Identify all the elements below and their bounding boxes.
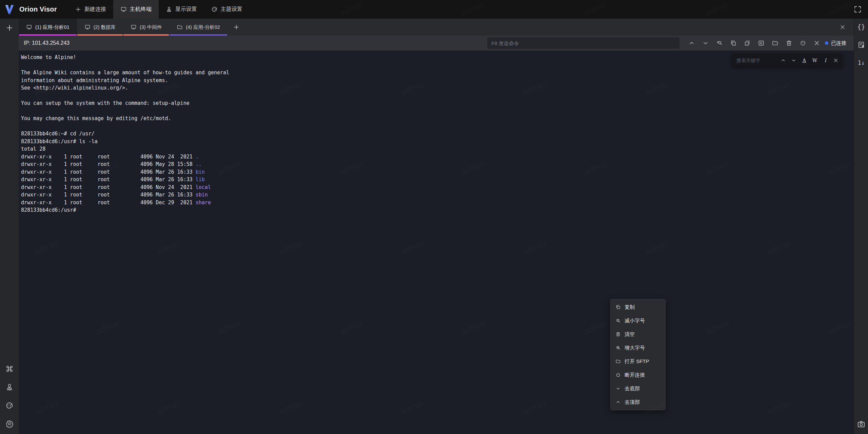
terminal-context-menu: 复制减小字号清空增大字号打开 SFTP断开连接去底部去顶部 xyxy=(610,299,666,410)
search-whole-word-button[interactable]: W xyxy=(812,58,817,63)
menu-item-label: 主机终端 xyxy=(130,6,152,13)
camera-icon[interactable] xyxy=(857,420,866,429)
terminal-screen[interactable]: Welcome to Alpine! The Alpine Wiki conta… xyxy=(19,51,854,434)
terminal-line: You can setup the system with the comman… xyxy=(21,100,190,106)
paste-icon xyxy=(744,40,751,46)
context-menu-item[interactable]: 断开连接 xyxy=(611,368,665,382)
tab-3[interactable]: (3) 中间件 xyxy=(123,19,169,36)
search-chevron-down-button[interactable] xyxy=(791,58,796,63)
braces-icon[interactable]: {} xyxy=(857,23,865,31)
chevron-up-icon xyxy=(688,40,695,46)
tab-label: (2) 数据库 xyxy=(94,24,116,31)
right-sidebar-bottom-icons xyxy=(857,420,866,434)
context-menu-item[interactable]: 减小字号 xyxy=(611,314,665,327)
trash-icon xyxy=(615,332,621,337)
menu-item-label: 主题设置 xyxy=(221,6,242,13)
context-menu-item[interactable]: 清空 xyxy=(611,327,665,341)
chevron-down-button[interactable] xyxy=(702,40,709,46)
search-match-case-button[interactable]: A xyxy=(802,58,807,63)
power-icon xyxy=(800,40,806,46)
terminal-line: total 28 xyxy=(21,146,45,152)
find-button[interactable] xyxy=(716,40,723,46)
terminal-line: information about administrating Alpine … xyxy=(21,77,168,83)
menu-item-theme-settings[interactable]: 主题设置 xyxy=(204,0,250,19)
context-menu-label: 去底部 xyxy=(625,385,640,392)
chevron-down-icon xyxy=(791,58,796,63)
paste-button[interactable] xyxy=(744,40,751,46)
menu-item-label: 新建连接 xyxy=(84,6,106,13)
context-menu-item[interactable]: 去底部 xyxy=(611,382,665,395)
copy-button[interactable] xyxy=(730,40,737,46)
context-menu-item[interactable]: 增大字号 xyxy=(611,341,665,355)
context-menu-item[interactable]: 去顶部 xyxy=(611,395,665,409)
sort-icon[interactable]: 1↓ xyxy=(857,59,865,67)
close-button[interactable] xyxy=(813,40,820,46)
zoom-in-icon xyxy=(615,345,621,351)
copy-icon xyxy=(615,304,621,310)
orion-visor-app: Orion Visor 新建连接主机终端显示设置主题设置 {}1↓ (1) 应用… xyxy=(0,0,868,434)
menu-item-new-connection[interactable]: 新建连接 xyxy=(68,0,113,19)
terminal-line: The Alpine Wiki contains a large amount … xyxy=(21,70,229,76)
power-button[interactable] xyxy=(800,40,806,46)
terminal-line: Welcome to Alpine! xyxy=(21,54,76,60)
find-icon xyxy=(716,40,723,46)
terminal-line: 828133bb4cd6:/usr# ls -la xyxy=(21,138,98,145)
menu-item-display-settings[interactable]: 显示设置 xyxy=(159,0,204,19)
new-tab-button[interactable] xyxy=(228,19,245,36)
stamp-icon[interactable] xyxy=(5,383,14,391)
left-sidebar xyxy=(0,19,19,434)
terminal-output: Welcome to Alpine! The Alpine Wiki conta… xyxy=(19,51,854,214)
copy-icon xyxy=(730,40,737,46)
monitor-icon xyxy=(26,24,32,30)
send-command-input[interactable] xyxy=(487,37,679,49)
search-controls: AWI xyxy=(781,58,839,63)
search-input[interactable] xyxy=(736,57,778,63)
tabs: (1) 应用-分析01(2) 数据库(3) 中间件(4) 应用-分析02 xyxy=(19,19,228,36)
snippet-icon xyxy=(758,40,765,46)
context-menu-item[interactable]: 复制 xyxy=(611,300,665,314)
brand: Orion Visor xyxy=(0,0,57,19)
right-sidebar: {}1↓ xyxy=(854,19,868,434)
trash-icon xyxy=(786,40,792,46)
terminal-line: drwxr-xr-x 1 root root 4096 Dec 29 2021 … xyxy=(21,200,211,206)
terminal-line: drwxr-xr-x 1 root root 4096 Mar 26 16:33… xyxy=(21,192,208,198)
palette-icon[interactable] xyxy=(5,401,14,410)
search-close-button[interactable] xyxy=(833,58,839,63)
terminal-line: drwxr-xr-x 1 root root 4096 Nov 24 2021 … xyxy=(21,154,199,160)
folder-button[interactable] xyxy=(772,40,778,46)
fullscreen-icon[interactable] xyxy=(853,5,862,14)
palette-icon xyxy=(211,6,218,13)
command-icon[interactable] xyxy=(5,365,14,373)
top-menu: 新建连接主机终端显示设置主题设置 xyxy=(68,0,250,19)
gear-icon[interactable] xyxy=(5,420,14,428)
context-menu-item[interactable]: 打开 SFTP xyxy=(611,355,665,368)
terminal-line: drwxr-xr-x 1 root root 4096 Mar 26 16:33… xyxy=(21,176,205,183)
menu-item-host-terminal[interactable]: 主机终端 xyxy=(113,0,159,19)
monitor-icon xyxy=(84,24,91,30)
match-case-icon: A xyxy=(802,58,807,63)
new-connection-plus-icon[interactable] xyxy=(5,23,14,32)
tab-2[interactable]: (2) 数据库 xyxy=(77,19,123,36)
close-icon xyxy=(813,40,820,46)
tab-label: (3) 中间件 xyxy=(140,24,162,31)
chevron-up-icon xyxy=(615,399,621,405)
search-chevron-up-button[interactable] xyxy=(781,58,786,63)
terminal-search-panel: AWI xyxy=(732,54,843,67)
terminal-icon xyxy=(120,6,127,13)
menu-item-label: 显示设置 xyxy=(175,6,197,13)
trash-button[interactable] xyxy=(786,40,792,46)
chevron-up-button[interactable] xyxy=(688,40,695,46)
tab-1[interactable]: (1) 应用-分析01 xyxy=(19,19,77,36)
context-menu-label: 打开 SFTP xyxy=(625,358,649,365)
search-regex-button[interactable]: I xyxy=(823,58,828,63)
terminal-tab-bar: (1) 应用-分析01(2) 数据库(3) 中间件(4) 应用-分析02 xyxy=(19,19,854,36)
host-ip-label: IP: 101.43.254.243 xyxy=(24,40,70,46)
close-all-tabs-button[interactable] xyxy=(840,19,846,36)
tab-4[interactable]: (4) 应用-分析02 xyxy=(169,19,228,36)
doc-bookmark-icon[interactable] xyxy=(857,41,865,49)
context-menu-label: 去顶部 xyxy=(625,399,640,405)
close-icon xyxy=(833,58,839,63)
snippet-button[interactable] xyxy=(758,40,765,46)
tab-label: (1) 应用-分析01 xyxy=(35,24,70,31)
folder-icon xyxy=(615,359,621,364)
